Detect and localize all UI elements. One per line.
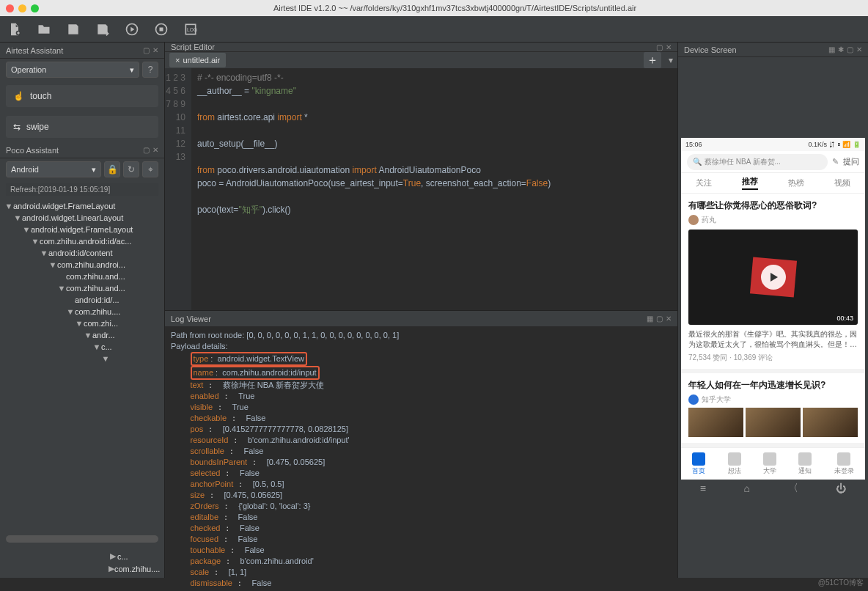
phone-tab[interactable]: 推荐 [742, 176, 758, 190]
home-icon[interactable]: ⌂ [744, 482, 750, 494]
back-icon[interactable]: 〈 [788, 482, 798, 495]
close-panel-icon[interactable]: ✕ [152, 46, 158, 54]
phone-tab[interactable]: 视频 [834, 177, 850, 188]
close-panel-icon[interactable]: ✕ [856, 45, 862, 54]
run-icon[interactable] [125, 22, 139, 37]
hand-icon: ☝ [13, 91, 24, 101]
tab-menu-icon[interactable]: ▾ [669, 55, 673, 65]
tree-row[interactable]: ▼ com.zhi... [0, 317, 164, 329]
phone-nav-item[interactable]: 首页 [692, 452, 705, 476]
phone-feed-tabs[interactable]: 关注推荐热榜视频 [681, 173, 865, 194]
log-viewer-header: Log Viewer ▦▢✕ [165, 311, 677, 327]
phone-nav-item[interactable]: 想法 [728, 452, 741, 476]
new-tab-button[interactable]: ＋ [644, 52, 661, 68]
window-titlebar: Airtest IDE v1.2.0 ~~ /var/folders/ky/31… [0, 0, 868, 16]
phone-search-input[interactable]: 🔍蔡徐坤任 NBA 新春贺... [687, 154, 828, 170]
touch-button[interactable]: ☝touch [6, 85, 158, 107]
close-panel-icon[interactable]: ✕ [666, 43, 672, 51]
feed-card[interactable]: 年轻人如何在一年内迅速增长见识? 知乎大学 [681, 373, 865, 447]
svg-rect-3 [160, 27, 163, 31]
undock-icon[interactable]: ▢ [143, 146, 150, 154]
device-screen-header: Device Screen ▦✱▢✕ [678, 43, 868, 57]
close-panel-icon[interactable]: ✕ [152, 146, 158, 154]
undock-icon[interactable]: ▢ [656, 315, 663, 323]
phone-nav-item[interactable]: 未登录 [834, 452, 854, 476]
minimize-window-icon[interactable] [18, 4, 26, 12]
avatar [688, 215, 699, 225]
undock-icon[interactable]: ▢ [656, 43, 663, 51]
lock-button[interactable]: 🔒 [104, 161, 120, 177]
undock-icon[interactable]: ▢ [143, 46, 150, 54]
maximize-window-icon[interactable] [31, 4, 39, 12]
refresh-button[interactable]: ↻ [123, 161, 139, 177]
phone-tab[interactable]: 关注 [696, 177, 712, 188]
chevron-down-icon: ▾ [130, 65, 134, 75]
script-editor-header: Script Editor ▢✕ [165, 43, 677, 52]
close-tab-icon[interactable]: × [175, 56, 180, 65]
tree-row[interactable]: android:id/... [0, 294, 164, 306]
close-window-icon[interactable] [6, 4, 14, 12]
horizontal-scrollbar[interactable] [6, 535, 158, 543]
tree-row[interactable]: ▶ c... [6, 550, 158, 562]
tree-row[interactable]: ▼ com.zhihu.... [0, 306, 164, 317]
tree-row[interactable]: ▼ [0, 353, 164, 364]
new-file-icon[interactable] [7, 22, 22, 37]
watermark-text: @51CTO博客 [818, 578, 864, 588]
undock-icon[interactable]: ▢ [847, 45, 853, 54]
phone-status-bar: 15:060.1K/s ⮃ ▯ 📶 🔋 [681, 138, 865, 151]
feed-card[interactable]: 有哪些让你觉得恶心的恶俗歌词? 药丸 00:43 最近很火的那首《生僻字》吧。其… [681, 194, 865, 373]
tree-row[interactable]: ▼ android.widget.LinearLayout [0, 212, 164, 224]
edit-icon: ✎ [832, 157, 839, 166]
phone-bottom-nav[interactable]: 首页想法大学通知未登录 [681, 447, 865, 480]
filter-icon[interactable]: ▦ [647, 315, 653, 323]
phone-tab[interactable]: 热榜 [788, 177, 804, 188]
device-mirror[interactable]: 15:060.1K/s ⮃ ▯ 📶 🔋 🔍蔡徐坤任 NBA 新春贺... ✎ 提… [681, 138, 865, 480]
tree-row[interactable]: ▼ com.zhihu.android:id/ac... [0, 235, 164, 247]
phone-nav-item[interactable]: 大学 [763, 452, 776, 476]
tree-row[interactable]: ▼ android.widget.FrameLayout [0, 200, 164, 212]
tree-row[interactable]: ▶ com.zhihu.... [6, 562, 158, 575]
power-icon[interactable]: ⏻ [836, 482, 846, 494]
airtest-assistant-header: Airtest Assistant ▢✕ [0, 43, 164, 59]
help-button[interactable]: ? [142, 62, 158, 78]
video-thumbnail[interactable]: 00:43 [688, 230, 858, 325]
window-title: Airtest IDE v1.2.0 ~~ /var/folders/ky/31… [48, 4, 862, 12]
save-icon[interactable] [66, 22, 81, 37]
avatar [688, 394, 699, 405]
save-as-icon[interactable] [95, 22, 110, 37]
phone-nav-item[interactable]: 通知 [798, 452, 812, 476]
poco-assistant-header: Poco Assistant ▢✕ [0, 142, 164, 158]
close-panel-icon[interactable]: ✕ [666, 315, 672, 323]
grid-icon[interactable]: ▦ [828, 45, 835, 54]
log-output[interactable]: Path from root node: [0, 0, 0, 0, 0, 0, … [165, 327, 677, 591]
play-icon[interactable] [761, 265, 786, 290]
ask-button[interactable]: 提问 [843, 156, 859, 167]
tree-row[interactable]: com.zhihu.and... [0, 271, 164, 282]
refresh-timestamp: Refresh:[2019-01-19 15:05:19] [6, 183, 158, 196]
svg-text:LOG: LOG [187, 27, 197, 32]
tools-icon[interactable]: ✱ [838, 45, 844, 54]
ui-hierarchy-tree[interactable]: ▼ android.widget.FrameLayout▼ android.wi… [0, 199, 164, 531]
tree-row[interactable]: ▼ android.widget.FrameLayout [0, 224, 164, 235]
tree-row[interactable]: ▼ andr... [0, 329, 164, 341]
swipe-button[interactable]: ⇆swipe [6, 116, 158, 138]
device-nav-bar[interactable]: ≡ ⌂ 〈 ⏻ [681, 480, 865, 497]
swipe-icon: ⇆ [13, 122, 21, 132]
tree-row[interactable]: ▼ com.zhihu.and... [0, 282, 164, 294]
code-editor[interactable]: 1 2 3 4 5 6 7 8 9 10 11 12 13 # -*- enco… [165, 68, 677, 310]
stop-icon[interactable] [154, 22, 169, 37]
chevron-down-icon: ▾ [92, 165, 96, 175]
report-icon[interactable]: LOG [183, 22, 198, 37]
inspect-button[interactable]: ⌖ [142, 161, 158, 177]
open-folder-icon[interactable] [37, 22, 51, 37]
search-icon: 🔍 [693, 158, 702, 166]
editor-tab[interactable]: ×untitled.air [169, 53, 226, 67]
tree-row[interactable] [0, 364, 164, 367]
main-toolbar: LOG [0, 16, 868, 43]
poco-driver-select[interactable]: Android▾ [6, 161, 101, 177]
menu-icon[interactable]: ≡ [700, 482, 706, 494]
tree-row[interactable]: ▼ android:id/content [0, 247, 164, 259]
tree-row[interactable]: ▼ com.zhihu.androi... [0, 259, 164, 271]
operation-select[interactable]: Operation▾ [6, 62, 139, 78]
tree-row[interactable]: ▼ c... [0, 341, 164, 353]
